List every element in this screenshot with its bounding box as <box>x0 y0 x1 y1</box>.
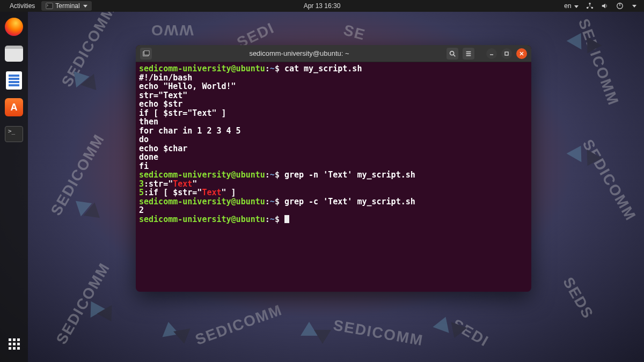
minimize-icon <box>489 51 494 56</box>
app-menu-button[interactable]: Terminal <box>41 1 91 11</box>
script-output-line: done <box>139 153 528 162</box>
hamburger-icon <box>465 50 472 57</box>
maximize-button[interactable] <box>501 48 512 59</box>
prompt-line: sedicomm-university@ubuntu:~$ grep -c 'T… <box>139 197 528 206</box>
activities-button[interactable]: Activities <box>5 2 39 10</box>
minimize-button[interactable] <box>486 48 497 59</box>
power-icon[interactable] <box>616 2 624 10</box>
chevron-down-icon <box>83 5 87 8</box>
close-button[interactable] <box>516 48 527 59</box>
dock-files[interactable] <box>3 43 25 64</box>
terminal-icon <box>46 2 53 10</box>
document-icon <box>6 71 22 90</box>
search-icon <box>449 50 456 57</box>
script-output-line: fi <box>139 162 528 171</box>
script-output-line: for char in 1 2 3 4 5 <box>139 127 528 136</box>
terminal-output[interactable]: sedicomm-university@ubuntu:~$ cat my_scr… <box>136 62 531 226</box>
tab-plus-icon <box>142 50 150 57</box>
search-button[interactable] <box>447 48 458 60</box>
prompt-line: sedicomm-university@ubuntu:~$ cat my_scr… <box>139 64 528 73</box>
grep-output-line: 5:if [ $str="Text" ] <box>139 188 528 197</box>
clock-button[interactable]: Apr 13 16:30 <box>299 2 345 10</box>
chevron-down-icon <box>632 5 636 8</box>
script-output-line: echo "Hello, World!" <box>139 82 528 91</box>
window-title: sedicomm-university@ubuntu: ~ <box>156 49 442 57</box>
script-output-line: do <box>139 135 528 144</box>
dock-document[interactable] <box>3 70 25 91</box>
language-indicator[interactable]: en <box>564 2 579 10</box>
show-applications-button[interactable] <box>3 333 25 354</box>
dock-terminal[interactable] <box>3 123 25 145</box>
script-output-line: str="Text" <box>139 91 528 100</box>
language-label: en <box>564 2 571 10</box>
firefox-icon <box>5 18 23 36</box>
terminal-window: sedicomm-university@ubuntu: ~ sedicomm-u… <box>136 45 531 292</box>
apps-grid-icon <box>9 338 20 350</box>
svg-rect-14 <box>505 52 508 55</box>
gnome-dock <box>0 12 28 362</box>
close-icon <box>519 51 524 56</box>
terminal-titlebar[interactable]: sedicomm-university@ubuntu: ~ <box>136 45 531 62</box>
script-output-line: if [ $str="Text" ] <box>139 109 528 118</box>
script-output-line: #!/bin/bash <box>139 73 528 83</box>
volume-icon[interactable] <box>601 2 609 10</box>
chevron-down-icon <box>574 5 579 8</box>
svg-line-9 <box>453 54 456 56</box>
dock-firefox[interactable] <box>3 16 25 38</box>
svg-rect-7 <box>144 50 150 55</box>
folder-icon <box>5 46 23 62</box>
svg-point-1 <box>589 3 591 5</box>
grep-output-line: 3:str="Text" <box>139 180 528 189</box>
gnome-topbar: Activities Terminal Apr 13 16:30 en <box>0 0 644 12</box>
software-center-icon <box>5 98 23 116</box>
hamburger-menu-button[interactable] <box>463 48 474 60</box>
dock-software[interactable] <box>3 97 25 118</box>
svg-point-8 <box>450 51 454 55</box>
script-output-line: then <box>139 117 528 127</box>
svg-rect-0 <box>46 3 53 9</box>
new-tab-button[interactable] <box>140 48 152 60</box>
script-output-line: echo $str <box>139 100 528 109</box>
grep-count-output: 2 <box>139 206 528 215</box>
cursor <box>284 215 289 223</box>
maximize-icon <box>504 51 509 56</box>
network-icon[interactable] <box>586 2 594 10</box>
script-output-line: echo $char <box>139 144 528 153</box>
prompt-line: sedicomm-university@ubuntu:~$ <box>139 215 528 224</box>
prompt-line: sedicomm-university@ubuntu:~$ grep -n 'T… <box>139 171 528 180</box>
app-menu-label: Terminal <box>55 2 79 10</box>
terminal-icon <box>5 126 23 142</box>
